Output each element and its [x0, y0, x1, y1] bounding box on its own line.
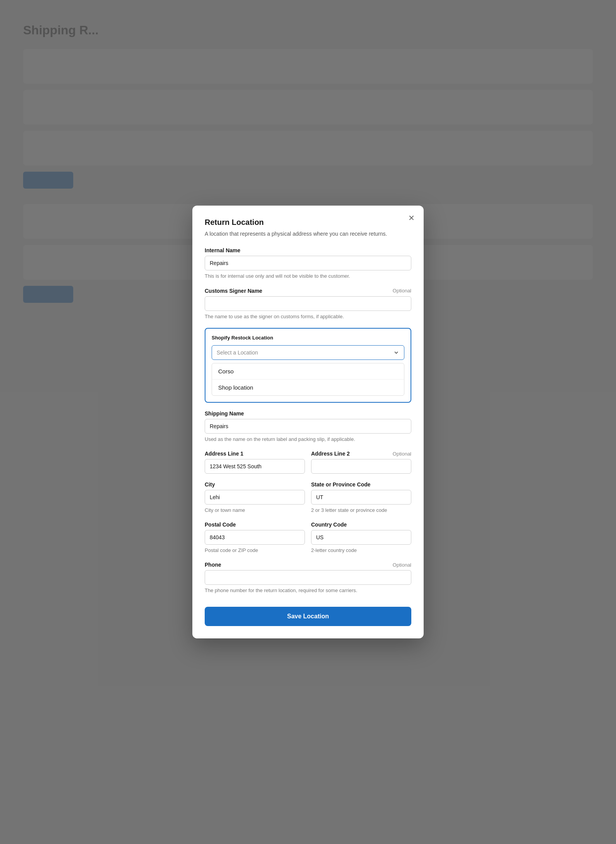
restock-option-shop-location[interactable]: Shop location — [212, 379, 404, 395]
customs-signer-label: Customs Signer Name — [205, 288, 262, 294]
close-icon: ✕ — [408, 213, 415, 223]
country-label: Country Code — [311, 522, 347, 528]
city-input[interactable] — [205, 490, 305, 505]
state-hint: 2 or 3 letter state or province code — [311, 507, 411, 514]
return-location-modal: ✕ Return Location A location that repres… — [192, 206, 424, 638]
city-label: City — [205, 481, 215, 488]
address-line1-label: Address Line 1 — [205, 451, 243, 457]
restock-select-wrapper: Select a Location — [212, 345, 404, 360]
phone-input[interactable] — [205, 570, 411, 585]
internal-name-input[interactable] — [205, 256, 411, 270]
modal-overlay: ✕ Return Location A location that repres… — [0, 0, 616, 844]
state-input[interactable] — [311, 490, 411, 505]
close-button[interactable]: ✕ — [405, 212, 417, 224]
restock-location-section: Shopify Restock Location Select a Locati… — [205, 328, 411, 403]
address-row: Address Line 1 Address Line 2 Optional — [205, 451, 411, 474]
state-col: State or Province Code 2 or 3 letter sta… — [311, 481, 411, 514]
shipping-name-section: Shipping Name Used as the name on the re… — [205, 410, 411, 443]
customs-signer-hint: The name to use as the signer on customs… — [205, 313, 411, 320]
phone-optional: Optional — [393, 562, 411, 568]
phone-hint: The phone number for the return location… — [205, 587, 411, 594]
customs-signer-section: Customs Signer Name Optional The name to… — [205, 288, 411, 320]
customs-signer-optional: Optional — [393, 288, 411, 294]
country-hint: 2-letter country code — [311, 547, 411, 554]
address-line1-col: Address Line 1 — [205, 451, 305, 474]
country-input[interactable] — [311, 530, 411, 545]
restock-dropdown-list: Corso Shop location — [212, 363, 404, 396]
restock-section-title: Shopify Restock Location — [212, 335, 404, 341]
internal-name-hint: This is for internal use only and will n… — [205, 273, 411, 280]
internal-name-label: Internal Name — [205, 247, 241, 253]
internal-name-section: Internal Name This is for internal use o… — [205, 247, 411, 280]
customs-signer-input[interactable] — [205, 296, 411, 311]
modal-title: Return Location — [205, 218, 411, 227]
phone-section: Phone Optional The phone number for the … — [205, 562, 411, 594]
chevron-down-icon — [393, 349, 399, 356]
city-hint: City or town name — [205, 507, 305, 514]
address-line2-label: Address Line 2 — [311, 451, 350, 457]
postal-country-row: Postal Code Postal code or ZIP code Coun… — [205, 522, 411, 554]
shipping-name-hint: Used as the name on the return label and… — [205, 436, 411, 443]
restock-option-corso[interactable]: Corso — [212, 363, 404, 379]
address-line2-input[interactable] — [311, 459, 411, 474]
state-label: State or Province Code — [311, 481, 370, 488]
address-line1-input[interactable] — [205, 459, 305, 474]
postal-label: Postal Code — [205, 522, 236, 528]
save-location-button[interactable]: Save Location — [205, 607, 411, 626]
shipping-name-input[interactable] — [205, 419, 411, 434]
address-line2-optional: Optional — [393, 451, 411, 457]
postal-col: Postal Code Postal code or ZIP code — [205, 522, 305, 554]
city-state-row: City City or town name State or Province… — [205, 481, 411, 514]
restock-select-trigger[interactable]: Select a Location — [212, 345, 404, 360]
address-line2-col: Address Line 2 Optional — [311, 451, 411, 474]
modal-subtitle: A location that represents a physical ad… — [205, 230, 411, 238]
country-col: Country Code 2-letter country code — [311, 522, 411, 554]
phone-label: Phone — [205, 562, 221, 568]
postal-input[interactable] — [205, 530, 305, 545]
shipping-name-label: Shipping Name — [205, 410, 244, 417]
postal-hint: Postal code or ZIP code — [205, 547, 305, 554]
restock-select-placeholder: Select a Location — [217, 349, 258, 356]
city-col: City City or town name — [205, 481, 305, 514]
